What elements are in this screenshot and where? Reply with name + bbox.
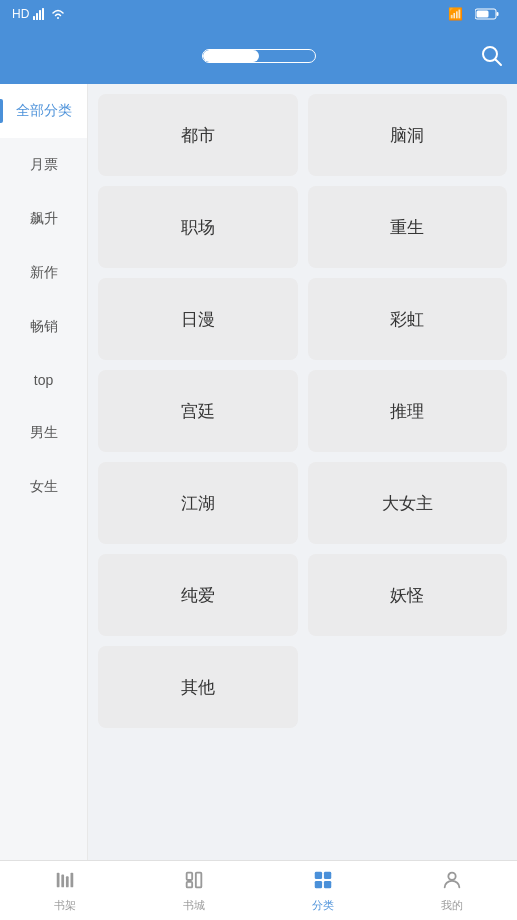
- category-icon: [312, 869, 334, 895]
- category-card-chongsheng[interactable]: 重生: [308, 186, 508, 268]
- svg-rect-3: [42, 8, 44, 20]
- search-icon: [481, 45, 503, 67]
- status-left: HD: [12, 7, 65, 21]
- svg-rect-16: [315, 871, 322, 878]
- svg-point-20: [449, 872, 456, 879]
- tab-toggle: [202, 49, 316, 63]
- nav-item-shelf[interactable]: 书架: [0, 869, 129, 913]
- category-card-qita[interactable]: 其他: [98, 646, 298, 728]
- svg-rect-6: [477, 11, 489, 18]
- sidebar-item-rising[interactable]: 飙升: [0, 192, 87, 246]
- tab-novel[interactable]: [203, 50, 259, 62]
- category-card-riman[interactable]: 日漫: [98, 278, 298, 360]
- svg-rect-19: [324, 880, 331, 887]
- svg-rect-15: [196, 872, 202, 887]
- svg-rect-9: [56, 872, 59, 887]
- shelf-icon: [54, 869, 76, 895]
- category-area: 都市脑洞职场重生日漫彩虹宫廷推理江湖大女主纯爱妖怪其他: [88, 84, 517, 860]
- svg-line-8: [496, 60, 502, 66]
- category-card-yaoguai[interactable]: 妖怪: [308, 554, 508, 636]
- svg-rect-11: [66, 876, 69, 887]
- nav-item-store[interactable]: 书城: [129, 869, 258, 913]
- nav-label-category: 分类: [312, 898, 334, 913]
- sidebar-item-newwork[interactable]: 新作: [0, 246, 87, 300]
- tab-manga[interactable]: [259, 50, 315, 62]
- category-card-gongting[interactable]: 宫廷: [98, 370, 298, 452]
- category-card-tuili[interactable]: 推理: [308, 370, 508, 452]
- main-content: 全部分类月票飙升新作畅销top男生女生 都市脑洞职场重生日漫彩虹宫廷推理江湖大女…: [0, 84, 517, 860]
- status-signal: HD: [12, 7, 29, 21]
- bluetooth-icon: 📶: [448, 7, 463, 21]
- bottom-nav: 书架书城分类我的: [0, 860, 517, 920]
- category-card-jianghu[interactable]: 江湖: [98, 462, 298, 544]
- sidebar-item-top[interactable]: top: [0, 354, 87, 406]
- signal-icon: [33, 8, 47, 20]
- svg-rect-10: [61, 874, 64, 887]
- sidebar: 全部分类月票飙升新作畅销top男生女生: [0, 84, 88, 860]
- nav-label-store: 书城: [183, 898, 205, 913]
- svg-rect-5: [497, 12, 499, 16]
- svg-rect-14: [187, 881, 193, 887]
- svg-rect-1: [36, 13, 38, 20]
- category-card-zhichang[interactable]: 职场: [98, 186, 298, 268]
- sidebar-item-monthly[interactable]: 月票: [0, 138, 87, 192]
- svg-rect-17: [324, 871, 331, 878]
- category-card-caihong[interactable]: 彩虹: [308, 278, 508, 360]
- nav-item-mine[interactable]: 我的: [388, 869, 517, 913]
- sidebar-item-all[interactable]: 全部分类: [0, 84, 87, 138]
- svg-rect-2: [39, 10, 41, 20]
- category-card-danvzhu[interactable]: 大女主: [308, 462, 508, 544]
- sidebar-item-bestseller[interactable]: 畅销: [0, 300, 87, 354]
- nav-label-shelf: 书架: [54, 898, 76, 913]
- svg-rect-0: [33, 16, 35, 20]
- battery-icon: [475, 8, 499, 20]
- category-grid: 都市脑洞职场重生日漫彩虹宫廷推理江湖大女主纯爱妖怪其他: [98, 94, 507, 728]
- sidebar-item-female[interactable]: 女生: [0, 460, 87, 514]
- svg-rect-13: [187, 872, 193, 879]
- search-button[interactable]: [481, 45, 503, 67]
- category-card-dushi[interactable]: 都市: [98, 94, 298, 176]
- nav-item-category[interactable]: 分类: [259, 869, 388, 913]
- category-card-naodong[interactable]: 脑洞: [308, 94, 508, 176]
- sidebar-item-male[interactable]: 男生: [0, 406, 87, 460]
- status-bar: HD 📶: [0, 0, 517, 28]
- svg-rect-12: [70, 872, 73, 887]
- category-card-chunai[interactable]: 纯爱: [98, 554, 298, 636]
- svg-rect-18: [315, 880, 322, 887]
- store-icon: [183, 869, 205, 895]
- status-right: 📶: [448, 7, 505, 21]
- mine-icon: [441, 869, 463, 895]
- nav-label-mine: 我的: [441, 898, 463, 913]
- wifi-icon: [51, 8, 65, 20]
- header: [0, 28, 517, 84]
